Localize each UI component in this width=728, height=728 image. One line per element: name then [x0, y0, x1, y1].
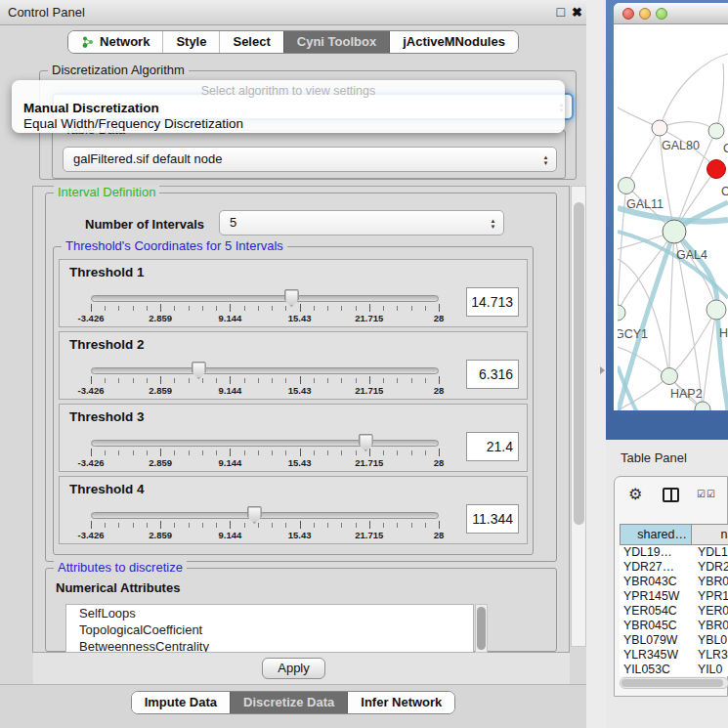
node-label: GCY1 [618, 327, 648, 341]
combo-arrows-icon: ▲▼ [540, 150, 551, 170]
tab-jactivemnodules[interactable]: jActiveMNodules [389, 31, 518, 53]
table-horizontal-scrollbar[interactable] [620, 677, 728, 689]
tab-label: Cyni Toolbox [297, 31, 376, 53]
select-columns-icon[interactable]: ☑☑ [697, 489, 716, 499]
threshold-3-slider[interactable]: -3.4262.8599.14415.4321.71528 [91, 434, 439, 471]
slider-track[interactable] [91, 367, 439, 374]
node-h[interactable] [707, 300, 726, 320]
float-window-icon[interactable]: □ [557, 4, 565, 20]
attributes-list-scrollbar[interactable] [475, 604, 488, 653]
threshold-4-value-field[interactable]: 11.344 [466, 504, 519, 534]
tab-infer-network[interactable]: Infer Network [347, 692, 454, 713]
tabset: Network Style Select Cyni Toolbox jActiv… [67, 30, 519, 54]
tab-select[interactable]: Select [219, 31, 282, 53]
number-of-intervals-label: Number of Intervals [85, 217, 204, 232]
tabset: Impute Data Discretize Data Infer Networ… [131, 691, 456, 714]
table-cell: YIL0 [692, 663, 728, 676]
table-row[interactable]: YPR145WYPR1 [620, 589, 728, 604]
scale-label: 21.715 [355, 385, 383, 396]
table-row[interactable]: YLR345WYLR3 [620, 648, 728, 663]
table-cell: YDR27… [620, 560, 692, 575]
apply-button[interactable]: Apply [262, 658, 325, 679]
slider-scale-labels: -3.4262.8599.14415.4321.71528 [91, 313, 439, 324]
table-row[interactable]: YBR045CYBR0 [620, 619, 728, 633]
threshold-3-value-field[interactable]: 21.4 [466, 432, 519, 461]
attribute-list-item[interactable]: BetweennessCentrality [66, 638, 473, 653]
node-gal4[interactable] [663, 220, 686, 243]
gear-icon[interactable]: ⚙ [628, 485, 642, 503]
attribute-list-item[interactable]: TopologicalCoefficient [66, 621, 473, 638]
table-cell: YDL1 [692, 545, 728, 560]
table-cell: YBR0 [692, 575, 728, 589]
slider-track[interactable] [91, 440, 439, 447]
number-of-intervals-combobox[interactable]: 5 ▲▼ [219, 210, 504, 236]
attribute-list-item[interactable]: SelfLoops [66, 605, 473, 621]
threshold-4-slider[interactable]: -3.4262.8599.14415.4321.71528 [91, 506, 439, 543]
table-row[interactable]: YDR27…YDR2 [620, 560, 728, 575]
column-header-name[interactable]: na [692, 524, 728, 545]
dropdown-prompt: Select algorithm to view settings [12, 84, 565, 98]
table-row[interactable]: YIL053CYIL0 [620, 663, 728, 676]
node-label: H [719, 326, 728, 340]
close-icon[interactable]: ✖ [572, 5, 582, 20]
panel-divider[interactable] [586, 0, 606, 728]
window-minimize-button[interactable] [639, 8, 651, 20]
table-row[interactable]: YER054CYER0 [620, 604, 728, 619]
split-panel-icon[interactable] [663, 488, 679, 502]
network-canvas[interactable]: GAL80 GA C GAL11 GAL4 GCY1 H HAP2 [618, 24, 728, 410]
tab-cyni-toolbox[interactable]: Cyni Toolbox [283, 31, 389, 53]
scale-label: 15.43 [288, 530, 312, 540]
tab-network[interactable]: Network [68, 31, 162, 53]
threshold-4-row: Threshold 4 -3.4262.8599.14415.4321.7152… [59, 476, 528, 544]
threshold-3-row: Threshold 3 -3.4262.8599.14415.4321.7152… [59, 404, 528, 472]
table-data-group: Table Data galFiltered.sif default node … [52, 130, 566, 179]
tab-discretize-data[interactable]: Discretize Data [230, 692, 347, 713]
tab-impute-data[interactable]: Impute Data [132, 692, 230, 713]
network-window-titlebar[interactable] [614, 3, 728, 24]
group-title: Attributes to discretize [54, 560, 187, 575]
column-header-shared-name[interactable]: shared… [620, 524, 692, 545]
table-cell: YER0 [692, 604, 728, 619]
network-icon [81, 35, 95, 49]
table-cell: YBR0 [692, 619, 728, 633]
numerical-attributes-list: SelfLoopsTopologicalCoefficientBetweenne… [65, 604, 474, 653]
slider-track[interactable] [91, 512, 439, 519]
node-hap2[interactable] [662, 368, 678, 385]
threshold-2-value-field[interactable]: 6.316 [466, 360, 519, 389]
window-zoom-button[interactable] [656, 8, 667, 20]
table-row[interactable]: YBL079WYBL0 [620, 633, 728, 648]
scale-label: -3.426 [78, 457, 105, 468]
scrollbar-thumb[interactable] [621, 679, 723, 687]
node-label: GAL80 [662, 139, 700, 152]
group-title: Interval Definition [54, 185, 159, 199]
table-row[interactable]: YBR043CYBR0 [620, 575, 728, 589]
node-gal80[interactable] [652, 120, 667, 136]
scale-label: 9.144 [219, 313, 242, 323]
node-gal11[interactable] [619, 178, 635, 194]
table-panel-title: Table Panel [621, 450, 687, 465]
control-panel-titlebar: Control Panel □ ✖ [0, 0, 586, 25]
settings-vertical-scrollbar[interactable] [571, 186, 586, 647]
threshold-label: Threshold 4 [69, 482, 145, 496]
threshold-1-value-field[interactable]: 14.713 [466, 287, 519, 317]
dropdown-option-manual-discretization[interactable]: Manual Discretization [23, 101, 159, 115]
tab-style[interactable]: Style [162, 31, 219, 53]
dropdown-option-equal-width[interactable]: Equal Width/Frequency Discretization [23, 116, 243, 131]
node-gcy1[interactable] [618, 305, 625, 321]
node-top-right[interactable] [708, 123, 724, 139]
combo-value: 5 [230, 215, 236, 230]
threshold-1-slider[interactable]: -3.4262.8599.14415.4321.71528 [91, 289, 439, 326]
threshold-2-slider[interactable]: -3.4262.8599.14415.4321.71528 [91, 362, 439, 399]
window-close-button[interactable] [622, 8, 634, 20]
table-row[interactable]: YDL19…YDL1 [620, 545, 728, 560]
scrollbar-thumb[interactable] [477, 607, 486, 650]
tab-label: Infer Network [361, 692, 442, 713]
algorithm-dropdown-popup: Select algorithm to view settings Manual… [12, 80, 565, 133]
node-selected-red[interactable] [707, 160, 726, 179]
slider-track[interactable] [91, 295, 439, 302]
bottom-tab-bar: Impute Data Discretize Data Infer Networ… [0, 684, 586, 728]
scrollbar-thumb[interactable] [574, 202, 584, 525]
table-cell: YBR045C [620, 619, 692, 633]
numerical-attributes-label: Numerical Attributes [56, 580, 180, 595]
table-data-combobox[interactable]: galFiltered.sif default node ▲▼ [63, 147, 557, 172]
